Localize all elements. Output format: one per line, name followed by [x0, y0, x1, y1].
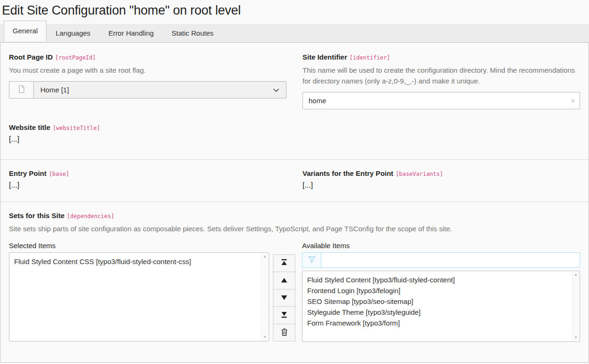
website-title-label: Website title[websiteTitle] — [9, 123, 580, 131]
available-items-column: Available Items Fl — [302, 242, 580, 342]
selected-items-scrollbar[interactable]: ▲ ▼ — [261, 253, 268, 341]
website-title-label-text: Website title — [9, 123, 50, 131]
selected-items-column: Selected Items Fluid Styled Content CSS … — [9, 242, 269, 341]
scroll-down-icon[interactable]: ▼ — [574, 336, 578, 340]
website-title-collapsed-value: [...] — [9, 135, 580, 144]
available-item-option[interactable]: Frontend Login [typo3/felogin] — [302, 285, 568, 296]
tab-static-routes[interactable]: Static Routes — [163, 24, 222, 42]
available-item-option[interactable]: Form Framework [typo3/form] — [302, 318, 568, 328]
site-configuration-page: Edit Site Configuration "home" on root l… — [0, 3, 589, 364]
base-variants-code: [baseVariants] — [395, 171, 443, 177]
site-identifier-input[interactable] — [303, 92, 580, 109]
available-items-listbox[interactable]: Fluid Styled Content [typo3/fluid-styled… — [302, 271, 580, 342]
site-identifier-description: This name will be used to create the con… — [302, 65, 580, 86]
field-entry-point: Entry Point[base] [...] — [9, 169, 287, 190]
scroll-down-icon[interactable]: ▼ — [263, 335, 267, 339]
available-items-filter-input[interactable] — [321, 252, 580, 268]
root-page-select-value: Home [1] — [40, 86, 69, 94]
move-to-bottom-icon — [280, 311, 288, 319]
site-identifier-label: Site Identifier[identifier] — [302, 53, 580, 61]
move-up-button[interactable] — [273, 272, 295, 289]
site-identifier-code: [identifier] — [349, 54, 390, 61]
dependencies-description: Site sets ship parts of site configurati… — [9, 223, 580, 234]
base-variants-label-text: Variants for the Entry Point — [302, 169, 393, 177]
root-page-id-description: You must create a page with a site root … — [9, 65, 287, 76]
entry-point-label-text: Entry Point — [9, 169, 46, 177]
remove-item-button[interactable] — [273, 324, 295, 341]
base-variants-collapsed-value: [...] — [302, 181, 580, 190]
field-root-page-id: Root Page ID[rootPageId] You must create… — [9, 53, 287, 109]
field-base-variants: Variants for the Entry Point[baseVariant… — [302, 169, 580, 190]
root-page-select[interactable]: Home [1] — [33, 81, 287, 99]
section-dependencies: Sets for this Site[dependencies] Site se… — [0, 202, 589, 342]
section-general-top: Root Page ID[rootPageId] You must create… — [0, 53, 589, 160]
selected-items-label: Selected Items — [9, 242, 269, 250]
page-icon-addon — [9, 81, 33, 99]
move-up-icon — [281, 277, 287, 284]
page-title: Edit Site Configuration "home" on root l… — [2, 3, 589, 18]
move-to-top-icon — [280, 259, 288, 267]
list-controls — [273, 254, 295, 341]
scroll-up-icon[interactable]: ▲ — [263, 255, 267, 258]
section-entry-point: Entry Point[base] [...] Variants for the… — [0, 160, 589, 202]
tab-error-handling[interactable]: Error Handling — [100, 24, 163, 42]
selected-items-listbox[interactable]: Fluid Styled Content CSS [typo3/fluid-st… — [9, 252, 269, 341]
filter-funnel-icon — [308, 256, 316, 265]
entry-point-code: [base] — [49, 171, 69, 177]
chevron-down-icon — [273, 86, 279, 94]
field-website-title: Website title[websiteTitle] [...] — [9, 123, 580, 144]
available-item-option[interactable]: Styleguide Theme [typo3/styleguide] — [302, 307, 568, 318]
filter-icon-addon — [302, 252, 321, 268]
page-icon — [18, 85, 25, 95]
tab-languages[interactable]: Languages — [46, 24, 99, 42]
available-items-scrollbar[interactable]: ▲ ▼ — [572, 272, 579, 341]
dependencies-code: [dependencies] — [67, 213, 114, 220]
trash-icon — [280, 328, 288, 338]
clear-icon[interactable]: × — [570, 97, 575, 105]
tab-general[interactable]: General — [4, 21, 46, 41]
field-site-identifier: Site Identifier[identifier] This name wi… — [302, 53, 580, 109]
site-identifier-label-text: Site Identifier — [302, 53, 347, 61]
move-to-top-button[interactable] — [273, 254, 295, 272]
available-item-option[interactable]: Fluid Styled Content [typo3/fluid-styled… — [302, 274, 568, 285]
entry-point-label: Entry Point[base] — [9, 169, 287, 177]
move-down-icon — [281, 295, 287, 302]
root-page-id-label: Root Page ID[rootPageId] — [9, 53, 287, 61]
base-variants-label: Variants for the Entry Point[baseVariant… — [302, 169, 580, 177]
tab-panel-general: Root Page ID[rootPageId] You must create… — [0, 43, 589, 363]
selected-item-option[interactable]: Fluid Styled Content CSS [typo3/fluid-st… — [9, 256, 257, 267]
move-down-button[interactable] — [273, 289, 295, 307]
scroll-up-icon[interactable]: ▲ — [574, 273, 578, 277]
available-item-option[interactable]: SEO Sitemap [typo3/seo-sitemap] — [302, 296, 568, 307]
root-page-id-code: [rootPageId] — [55, 54, 96, 61]
tabbar: General Languages Error Handling Static … — [0, 24, 589, 43]
available-items-label: Available Items — [302, 242, 580, 250]
move-to-bottom-button[interactable] — [273, 306, 295, 324]
dependencies-label: Sets for this Site[dependencies] — [9, 212, 580, 220]
entry-point-collapsed-value: [...] — [9, 181, 287, 190]
dependencies-label-text: Sets for this Site — [9, 212, 64, 220]
root-page-id-label-text: Root Page ID — [9, 53, 53, 61]
website-title-code: [websiteTitle] — [53, 125, 100, 131]
